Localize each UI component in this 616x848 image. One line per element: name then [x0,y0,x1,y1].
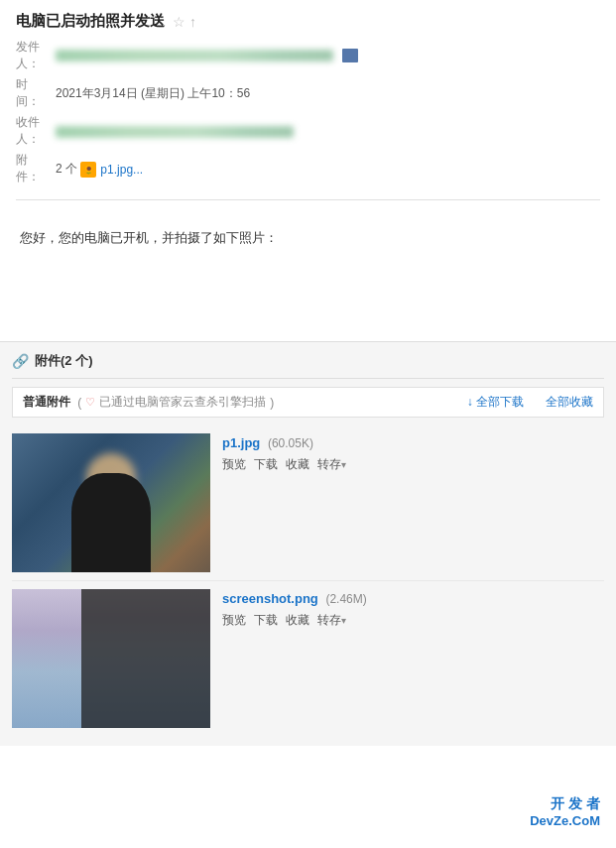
attach-icon: 🌻 [80,162,96,178]
collect-link-1[interactable]: 收藏 [286,456,309,473]
recipients-row: 收件人： [16,114,600,148]
recipients-label: 收件人： [16,114,56,148]
transfer-link-1[interactable]: 转存▾ [317,456,346,473]
attachments-meta-row: 附 件： 2 个 🌻 p1.jpg... [16,152,600,185]
attachment-buttons: ↓ 全部下载 全部收藏 [467,394,593,411]
normal-attachments-label: 普通附件 ( ♡ 已通过电脑管家云查杀引擎扫描 ) ↓ 全部下载 全部收藏 [12,387,604,418]
sender-label: 发件人： [16,39,56,72]
scan-text: 已通过电脑管家云查杀引擎扫描 [99,394,266,411]
body-text: 您好，您的电脑已开机，并拍摄了如下照片： [20,226,596,249]
attachment-thumb-2[interactable] [12,589,210,728]
email-body: 您好，您的电脑已开机，并拍摄了如下照片： [16,210,600,329]
collect-all-button[interactable]: 全部收藏 [546,394,593,411]
normal-label-row: 普通附件 ( ♡ 已通过电脑管家云查杀引擎扫描 ) ↓ 全部下载 全部收藏 [23,394,593,411]
attachment-inline: 🌻 p1.jpg... [80,162,143,178]
thumb-screenshot-image [12,589,210,728]
avatar-icon [342,49,358,62]
attachment-actions-2: 预览 下载 收藏 转存▾ [222,612,604,629]
download-all-button[interactable]: ↓ 全部下载 [467,394,524,411]
attachments-section: 🔗 附件(2 个) 普通附件 ( ♡ 已通过电脑管家云查杀引擎扫描 ) ↓ 全部… [0,341,616,746]
paperclip-icon: 🔗 [12,353,29,369]
attachment-size-1: (60.05K) [268,436,313,450]
thumb-photo-image [12,433,210,572]
attachment-info-2: screenshot.png (2.46M) 预览 下载 收藏 转存▾ [222,589,604,629]
attachment-actions-1: 预览 下载 收藏 转存▾ [222,456,604,473]
attachment-item-1: p1.jpg (60.05K) 预览 下载 收藏 转存▾ [12,425,604,581]
watermark-line2: DevZe.CoM [530,813,600,828]
preview-link-2[interactable]: 预览 [222,612,246,629]
heart-icon: ♡ [85,396,95,409]
attachments-meta-value: 2 个 🌻 p1.jpg... [56,161,600,178]
attachment-inline-name[interactable]: p1.jpg... [100,163,143,177]
attachments-meta-label: 附 件： [16,152,56,185]
recipients-value [56,124,600,138]
normal-label-text: 普通附件 [23,394,70,411]
transfer-dropdown-2: ▾ [341,615,346,626]
attachments-title: 附件(2 个) [35,352,93,370]
email-header: 电脑已启动拍照并发送 ☆ ↑ 发件人： 时 间： 2021年3月14日 (星期日… [16,12,600,200]
attachments-header: 🔗 附件(2 个) [12,352,604,379]
email-title-row: 电脑已启动拍照并发送 ☆ ↑ [16,12,600,31]
scan-info: 普通附件 ( ♡ 已通过电脑管家云查杀引擎扫描 ) [23,394,274,411]
attachment-filename-2[interactable]: screenshot.png [222,591,318,606]
thumb-screenshot-left [12,589,81,728]
transfer-dropdown-1: ▾ [341,459,346,470]
download-link-1[interactable]: 下载 [254,456,278,473]
scan-paren-open: ( [74,396,81,410]
download-link-2[interactable]: 下载 [254,612,278,629]
attachments-count: 2 个 [56,162,77,176]
sender-row: 发件人： [16,39,600,72]
attachment-info-1: p1.jpg (60.05K) 预览 下载 收藏 转存▾ [222,433,604,473]
time-value: 2021年3月14日 (星期日) 上午10：56 [56,85,600,102]
sender-blurred [56,50,333,61]
watermark: 开 发 者 DevZe.CoM [530,795,600,828]
attachment-item-2: screenshot.png (2.46M) 预览 下载 收藏 转存▾ [12,581,604,736]
transfer-link-2[interactable]: 转存▾ [317,612,346,629]
scan-paren-close: ) [270,396,274,410]
star-up-icon[interactable]: ↑ [189,14,196,30]
star-empty-icon[interactable]: ☆ [173,14,185,30]
star-icons: ☆ ↑ [173,14,196,30]
attachment-size-2: (2.46M) [325,592,366,606]
preview-link-1[interactable]: 预览 [222,456,246,473]
attachment-thumb-1[interactable] [12,433,210,572]
email-container: 电脑已启动拍照并发送 ☆ ↑ 发件人： 时 间： 2021年3月14日 (星期日… [0,0,616,341]
collect-link-2[interactable]: 收藏 [286,612,309,629]
thumb-photo-person [71,473,151,572]
time-label: 时 间： [16,76,56,110]
email-title: 电脑已启动拍照并发送 [16,12,165,31]
sender-value [56,49,600,63]
watermark-line1: 开 发 者 [530,795,600,813]
time-row: 时 间： 2021年3月14日 (星期日) 上午10：56 [16,76,600,110]
thumb-screenshot-right [81,589,210,728]
attachment-filename-1[interactable]: p1.jpg [222,435,260,450]
recipients-blurred [56,126,294,138]
